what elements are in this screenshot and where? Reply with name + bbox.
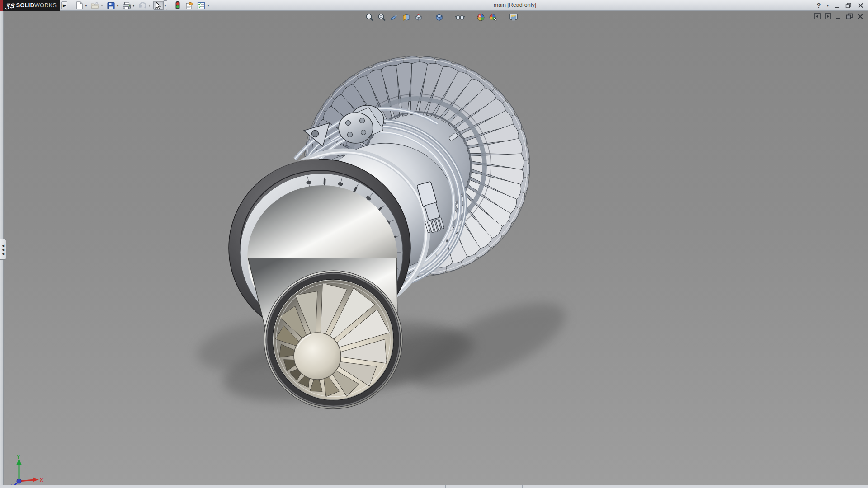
doc-restore-icon — [846, 13, 853, 19]
options-dropdown[interactable]: ▼ — [206, 1, 210, 10]
new-document-dropdown[interactable]: ▼ — [84, 1, 88, 10]
close-button[interactable] — [855, 1, 865, 9]
print-button[interactable] — [122, 1, 132, 10]
traffic-light-icon — [175, 1, 180, 9]
toolbar-flyout-button[interactable]: ▶ — [61, 1, 67, 9]
zoom-to-area-icon — [377, 13, 386, 22]
undo-arrow-icon — [138, 2, 146, 9]
options-checklist-icon — [197, 2, 205, 9]
display-style-icon — [435, 13, 443, 22]
display-style-button[interactable] — [434, 13, 444, 22]
restore-button[interactable] — [844, 1, 854, 9]
zoom-to-fit-icon — [365, 13, 374, 22]
collapse-arrow-icon: ◀ — [2, 252, 4, 255]
collapse-arrow-icon: ◀ — [2, 244, 4, 247]
window-title: main [Read-only] — [494, 2, 537, 8]
headsup-view-toolbar — [364, 13, 519, 22]
standard-toolbar: ▼ ▼ — [74, 0, 212, 11]
brand-name: SOLIDWORKS — [16, 2, 57, 9]
toolbar-separator — [170, 1, 170, 9]
document-window-controls — [814, 13, 863, 19]
doc-minimize-icon — [835, 14, 842, 19]
doc-close-icon — [857, 14, 863, 19]
rebuild-button[interactable] — [173, 1, 183, 10]
select-tool-button[interactable] — [153, 1, 163, 10]
close-icon — [858, 3, 863, 8]
magic-wand-button[interactable] — [389, 13, 399, 22]
undo-button[interactable] — [137, 1, 147, 10]
solidworks-logo: ƷS SOLIDWORKS — [3, 0, 60, 11]
eyeglasses-icon — [455, 13, 465, 21]
save-button[interactable] — [106, 1, 116, 10]
view-orientation-icon — [414, 13, 423, 22]
select-tool-dropdown[interactable]: ▼ — [163, 0, 167, 10]
minimize-button[interactable] — [832, 1, 842, 9]
hide-show-items-button[interactable] — [455, 13, 465, 22]
checkered-flag — [494, 18, 496, 20]
view-settings-icon — [509, 13, 518, 21]
triad-x-label: X — [40, 477, 43, 483]
dassault-3ds-glyph: ƷS — [5, 2, 15, 9]
help-button[interactable]: ? — [814, 1, 824, 9]
collapse-arrow-icon: ◀ — [2, 248, 4, 251]
apply-scene-icon — [489, 13, 497, 22]
save-dropdown[interactable]: ▼ — [116, 1, 120, 10]
file-properties-icon — [185, 2, 194, 9]
open-button[interactable] — [90, 1, 100, 10]
undo-dropdown[interactable]: ▼ — [147, 1, 151, 10]
appearance-ball-icon — [476, 13, 485, 22]
toggle-right-pane-button[interactable] — [825, 13, 831, 19]
open-dropdown[interactable]: ▼ — [100, 1, 104, 10]
triad-y-label: Y — [17, 454, 20, 460]
front-nozzle — [264, 271, 402, 409]
apply-scene-button[interactable] — [488, 13, 498, 22]
graphics-viewport[interactable]: Y X Z *Dimetric — [0, 11, 868, 485]
open-folder-icon — [91, 2, 99, 9]
magic-wand-icon — [390, 13, 398, 22]
toggle-right-pane-icon — [825, 13, 831, 19]
window-controls: ? ▼ — [814, 0, 865, 11]
view-settings-button[interactable] — [509, 13, 519, 22]
flyout-arrow-icon: ▶ — [63, 3, 66, 8]
toggle-left-pane-icon — [814, 13, 821, 19]
restore-icon — [845, 3, 852, 8]
zoom-to-fit-button[interactable] — [364, 13, 374, 22]
new-document-button[interactable] — [74, 1, 84, 10]
view-orientation-button[interactable] — [413, 13, 423, 22]
doc-close-button[interactable] — [857, 14, 863, 19]
doc-restore-button[interactable] — [846, 13, 853, 19]
print-dropdown[interactable]: ▼ — [132, 1, 136, 10]
section-view-icon — [402, 13, 410, 22]
printer-icon — [123, 2, 131, 9]
doc-minimize-button[interactable] — [835, 14, 842, 19]
file-properties-button[interactable] — [184, 1, 194, 10]
toggle-left-pane-button[interactable] — [814, 13, 821, 19]
minimize-icon — [834, 3, 840, 8]
section-view-button[interactable] — [401, 13, 411, 22]
orientation-triad: Y X Z — [4, 454, 44, 488]
zoom-to-area-button[interactable] — [377, 13, 387, 22]
engine-3d-model — [0, 11, 868, 485]
feature-panel-collapse-tab[interactable]: ◀ ◀ ◀ — [0, 239, 6, 260]
help-dropdown[interactable]: ▼ — [826, 1, 830, 9]
new-document-icon — [75, 1, 83, 9]
shaft-hub — [294, 333, 341, 380]
options-button[interactable] — [196, 1, 206, 10]
status-bar — [0, 485, 868, 488]
save-floppy-icon — [107, 2, 115, 9]
cursor-arrow-icon — [155, 2, 161, 9]
edit-appearance-button[interactable] — [476, 13, 486, 22]
title-bar: ƷS SOLIDWORKS ▶ ▼ ▼ — [0, 0, 868, 11]
